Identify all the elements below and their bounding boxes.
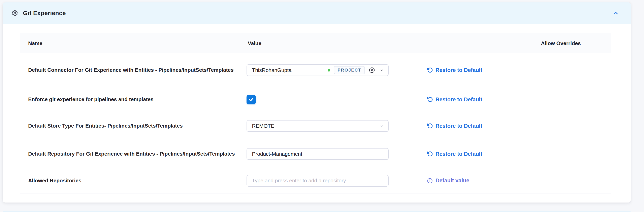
next-section-header-peek: [3, 210, 631, 212]
setting-name-allowed-repositories: Allowed Repositories: [20, 177, 246, 184]
column-header-name: Name: [20, 40, 246, 47]
git-experience-settings-card: Git Experience Name Value Allow Override…: [3, 3, 631, 202]
checkmark-icon: [248, 97, 254, 103]
settings-table: Name Value Allow Overrides Default Conne…: [20, 33, 610, 193]
column-header-value: Value: [246, 40, 427, 47]
restore-to-default-label: Restore to Default: [436, 151, 482, 157]
restore-icon: [427, 96, 433, 103]
gear-icon: [12, 10, 18, 16]
setting-name-enforce-git-experience: Enforce git experience for pipelines and…: [20, 96, 246, 103]
info-icon: [427, 177, 433, 184]
chevron-down-icon[interactable]: [379, 123, 384, 129]
restore-to-default-label: Restore to Default: [436, 97, 482, 103]
store-type-select[interactable]: REMOTE: [246, 120, 388, 132]
restore-to-default-label: Restore to Default: [436, 123, 482, 129]
connectivity-status-dot: [328, 69, 330, 72]
clear-icon[interactable]: [368, 67, 375, 74]
default-value-indicator[interactable]: Default value: [427, 177, 511, 184]
chevron-up-icon[interactable]: [612, 9, 620, 18]
scope-badge: PROJECT: [334, 66, 365, 74]
column-header-allow-overrides: Allow Overrides: [511, 40, 610, 47]
connector-select[interactable]: ThisRohanGupta PROJECT: [246, 64, 388, 76]
restore-to-default-button[interactable]: Restore to Default: [427, 151, 511, 157]
restore-icon: [427, 123, 433, 129]
restore-to-default-label: Restore to Default: [436, 67, 482, 73]
default-value-label: Default value: [436, 177, 469, 184]
default-repository-input[interactable]: [246, 148, 388, 160]
table-row: Allowed Repositories Default value: [20, 168, 610, 193]
table-header-row: Name Value Allow Overrides: [20, 33, 610, 53]
table-row: Default Connector For Git Experience wit…: [20, 53, 610, 87]
restore-to-default-button[interactable]: Restore to Default: [427, 67, 511, 73]
restore-to-default-button[interactable]: Restore to Default: [427, 96, 511, 103]
restore-icon: [427, 67, 433, 73]
section-header: Git Experience: [3, 3, 631, 24]
restore-to-default-button[interactable]: Restore to Default: [427, 123, 511, 129]
table-row: Enforce git experience for pipelines and…: [20, 87, 610, 112]
setting-name-default-store-type: Default Store Type For Entities- Pipelin…: [20, 122, 246, 129]
chevron-down-icon[interactable]: [379, 67, 384, 73]
setting-name-default-connector: Default Connector For Git Experience wit…: [20, 67, 246, 74]
allowed-repositories-input[interactable]: [246, 175, 388, 187]
table-row: Default Repository For Git Experience wi…: [20, 140, 610, 168]
setting-name-default-repository: Default Repository For Git Experience wi…: [20, 150, 246, 157]
enforce-git-experience-checkbox[interactable]: [246, 95, 256, 104]
section-title: Git Experience: [23, 10, 66, 17]
table-row: Default Store Type For Entities- Pipelin…: [20, 112, 610, 140]
store-type-value: REMOTE: [252, 123, 274, 129]
connector-value: ThisRohanGupta: [252, 67, 292, 73]
restore-icon: [427, 151, 433, 157]
